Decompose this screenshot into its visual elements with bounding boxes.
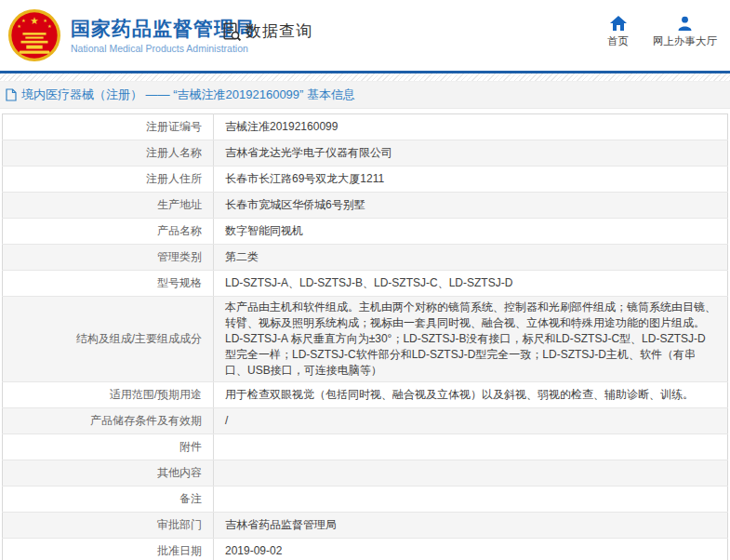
table-row: 注册证编号吉械注准20192160099 [3,114,728,140]
row-value-text: 2019-09-02 [225,544,282,557]
table-row: 附件 [3,434,728,460]
agency-brand[interactable]: ★ ★ ★ ★ ★ 国家药品监督管理局 National Medical Pro… [7,8,255,62]
table-row: 结构及组成/主要组成成分本产品由主机和软件组成。主机由两个对称的镜筒系统、控制器… [3,297,728,382]
row-label: 产品储存条件及有效期 [3,408,214,434]
svg-text:★: ★ [21,18,26,23]
table-row: 批准日期2019-09-02 [3,539,728,560]
svg-text:★: ★ [43,18,47,23]
row-label: 适用范围/预期用途 [3,382,214,408]
row-value-text: 第二类 [225,250,259,263]
table-wrap: 注册证编号吉械注准20192160099注册人名称吉林省龙达光学电子仪器有限公司… [2,113,728,560]
row-label-text: 注册证编号 [146,120,202,133]
row-value: 用于检查双眼视觉（包括同时视、融合视及立体视）以及斜视、弱视的检查、辅助诊断、训… [214,382,728,408]
row-value-text: LD-SZTSJ-A、LD-SZTSJ-B、LD-SZTSJ-C、LD-SZTS… [225,276,512,289]
row-value-text: 吉械注准20192160099 [225,120,338,133]
table-row: 注册人名称吉林省龙达光学电子仪器有限公司 [3,140,728,167]
row-label-text: 结构及组成/主要组成成分 [76,332,202,345]
row-value: 吉林省药品监督管理局 [214,513,728,539]
row-label-text: 批准日期 [157,544,202,557]
user-icon [677,16,693,31]
table-row: 注册人住所长春市长江路69号双龙大厦1211 [3,167,728,193]
row-label: 结构及组成/主要组成成分 [3,297,214,382]
row-label: 注册证编号 [3,114,214,140]
row-label-text: 注册人住所 [146,172,202,185]
row-label: 附件 [3,434,214,460]
hatch-strip [0,73,730,82]
row-label-text: 备注 [179,492,202,505]
row-label: 型号规格 [3,271,214,297]
svg-text:★: ★ [17,23,21,29]
row-value: LD-SZTSJ-A、LD-SZTSJ-B、LD-SZTSJ-C、LD-SZTS… [214,271,728,297]
table-row: 其他内容 [3,460,728,487]
row-label: 其他内容 [3,460,214,487]
row-value: 吉械注准20192160099 [214,114,728,140]
row-value: 吉林省龙达光学电子仪器有限公司 [214,140,728,167]
row-value-text: 长春市宽城区华侨城6号别墅 [225,198,365,211]
table-row: 产品名称数字智能同视机 [3,219,728,245]
svg-text:★: ★ [30,15,39,26]
page-title-bar: 境内医疗器械（注册） —— “吉械注准20192160099” 基本信息 [0,82,730,109]
row-value-text: / [225,414,228,427]
row-value: / [214,408,728,434]
page-icon [6,88,17,101]
site-header: ★ ★ ★ ★ ★ 国家药品监督管理局 National Medical Pro… [0,0,730,71]
row-label-text: 审批部门 [157,518,202,531]
row-value-text: 吉林省龙达光学电子仪器有限公司 [225,146,392,159]
table-row: 适用范围/预期用途用于检查双眼视觉（包括同时视、融合视及立体视）以及斜视、弱视的… [3,382,728,408]
row-label-text: 型号规格 [157,276,202,289]
row-label-text: 产品名称 [157,224,202,237]
table-row: 备注 [3,487,728,513]
row-label: 批准日期 [3,539,214,560]
row-label: 生产地址 [3,193,214,219]
row-label: 审批部门 [3,513,214,539]
row-label: 备注 [3,487,214,513]
table-row: 审批部门吉林省药品监督管理局 [3,513,728,539]
row-value: 长春市长江路69号双龙大厦1211 [214,167,728,193]
row-value-text: 本产品由主机和软件组成。主机由两个对称的镜筒系统、控制器和光刷部件组成；镜筒系统… [225,300,716,377]
row-label: 管理类别 [3,245,214,271]
row-value: 第二类 [214,245,728,271]
info-table-body: 注册证编号吉械注准20192160099注册人名称吉林省龙达光学电子仪器有限公司… [3,114,728,560]
svg-text:★: ★ [47,23,52,29]
row-value-text: 长春市长江路69号双龙大厦1211 [225,172,384,185]
row-value-text: 数字智能同视机 [225,224,303,237]
row-label-text: 管理类别 [157,250,202,263]
table-row: 产品储存条件及有效期/ [3,408,728,434]
row-value: 本产品由主机和软件组成。主机由两个对称的镜筒系统、控制器和光刷部件组成；镜筒系统… [214,297,728,382]
row-value [214,460,728,487]
row-value: 长春市宽城区华侨城6号别墅 [214,193,728,219]
row-label-text: 附件 [179,440,202,453]
home-icon [610,16,627,31]
table-row: 生产地址长春市宽城区华侨城6号别墅 [3,193,728,219]
data-query-section[interactable]: 数据查询 [221,20,312,42]
agency-name-en: National Medical Products Administration [71,43,255,54]
row-label-text: 产品储存条件及有效期 [90,414,202,427]
registration-info-table: 注册证编号吉械注准20192160099注册人名称吉林省龙达光学电子仪器有限公司… [2,113,728,560]
row-value [214,434,728,460]
nav-item-online-hall[interactable]: 网上办事大厅 [653,16,717,48]
table-row: 管理类别第二类 [3,245,728,271]
page-title: 境内医疗器械（注册） —— “吉械注准20192160099” 基本信息 [21,87,355,103]
nav-item-home[interactable]: 首页 [607,16,629,48]
nav-label-online-hall: 网上办事大厅 [653,34,717,48]
table-row: 型号规格LD-SZTSJ-A、LD-SZTSJ-B、LD-SZTSJ-C、LD-… [3,271,728,297]
header-nav: 首页 网上办事大厅 [607,16,717,48]
document-search-icon [221,21,242,42]
row-value: 2019-09-02 [214,539,728,560]
nav-label-home: 首页 [607,34,629,48]
row-value-text: 吉林省药品监督管理局 [225,518,337,531]
row-value [214,487,728,513]
row-label-text: 注册人名称 [146,146,202,159]
national-emblem-logo: ★ ★ ★ ★ ★ [7,8,61,62]
row-value: 数字智能同视机 [214,219,728,245]
row-label-text: 其他内容 [157,466,202,479]
row-value-text: 用于检查双眼视觉（包括同时视、融合视及立体视）以及斜视、弱视的检查、辅助诊断、训… [225,388,694,401]
row-label-text: 适用范围/预期用途 [110,388,202,401]
row-label-text: 生产地址 [157,198,202,211]
row-label: 产品名称 [3,219,214,245]
row-label: 注册人住所 [3,167,214,193]
data-query-label: 数据查询 [246,20,312,42]
row-label: 注册人名称 [3,140,214,167]
